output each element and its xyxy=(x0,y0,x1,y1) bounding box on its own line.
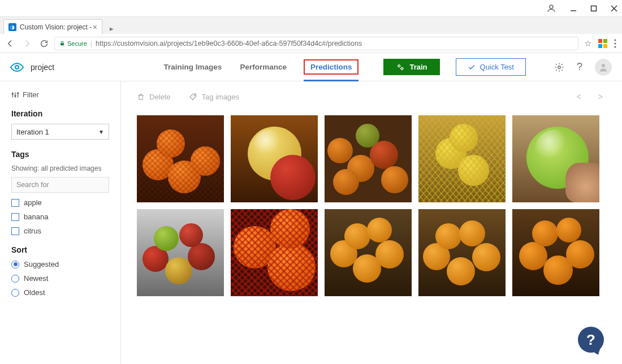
filter-label: Filter xyxy=(23,90,39,99)
nav-reload-icon[interactable] xyxy=(40,39,49,48)
svg-point-10 xyxy=(614,39,616,41)
tags-search-input[interactable]: Search for xyxy=(11,177,109,193)
gears-icon xyxy=(396,63,405,71)
main-nav: Training Images Performance Predictions … xyxy=(163,58,612,76)
image-thumb[interactable] xyxy=(325,115,412,202)
check-icon xyxy=(468,63,476,71)
image-thumb[interactable] xyxy=(418,209,506,296)
trash-icon xyxy=(137,93,145,101)
iteration-select[interactable]: Iteration 1 ▼ xyxy=(11,124,109,140)
svg-rect-7 xyxy=(603,39,607,43)
radio-icon xyxy=(11,261,19,268)
svg-rect-5 xyxy=(61,43,64,45)
svg-point-22 xyxy=(15,95,16,96)
iteration-heading: Iteration xyxy=(11,109,109,118)
tag-images-label: Tag images xyxy=(202,93,239,101)
quick-test-label: Quick Test xyxy=(480,63,514,71)
checkbox-icon xyxy=(11,213,19,221)
chevron-down-icon: ▼ xyxy=(98,129,104,135)
nav-training-images[interactable]: Training Images xyxy=(163,60,223,73)
quick-test-button[interactable]: Quick Test xyxy=(456,58,526,76)
url-field[interactable]: Secure | https://customvision.ai/project… xyxy=(54,37,578,50)
filter-heading: Filter xyxy=(11,90,109,99)
help-chat-button[interactable]: ? xyxy=(578,327,604,353)
window-minimize-icon[interactable] xyxy=(570,5,577,12)
tag-checkbox-apple[interactable]: apple xyxy=(11,198,109,207)
svg-rect-8 xyxy=(598,44,602,48)
delete-label: Delete xyxy=(149,93,171,101)
help-icon[interactable]: ? xyxy=(577,61,582,73)
chrome-menu-icon[interactable] xyxy=(614,39,616,48)
tag-icon xyxy=(189,93,197,101)
svg-point-21 xyxy=(12,93,13,94)
tags-search-placeholder: Search for xyxy=(16,181,49,189)
svg-point-13 xyxy=(15,66,19,69)
svg-rect-2 xyxy=(591,6,597,11)
nav-predictions[interactable]: Predictions xyxy=(304,59,359,75)
svg-point-14 xyxy=(398,64,400,67)
svg-point-15 xyxy=(401,67,404,70)
svg-rect-6 xyxy=(598,39,602,43)
svg-point-11 xyxy=(614,42,616,44)
tag-label: citrus xyxy=(24,227,41,235)
image-thumb[interactable] xyxy=(231,209,318,296)
tag-checkbox-citrus[interactable]: citrus xyxy=(11,227,109,235)
iteration-selected-value: Iteration 1 xyxy=(16,128,49,136)
content-toolbar: Delete Tag images < > xyxy=(137,88,606,105)
image-thumb[interactable] xyxy=(325,209,412,296)
sort-option-oldest[interactable]: Oldest xyxy=(11,288,109,297)
sort-option-suggested[interactable]: Suggested xyxy=(11,260,109,268)
svg-point-16 xyxy=(558,66,561,68)
sort-option-newest[interactable]: Newest xyxy=(11,274,109,283)
pager-next[interactable]: > xyxy=(598,92,603,101)
image-thumb[interactable] xyxy=(231,115,318,202)
tab-close-icon[interactable]: × xyxy=(93,23,97,32)
image-thumb[interactable] xyxy=(137,209,224,296)
pager-prev[interactable]: < xyxy=(577,92,581,101)
train-button[interactable]: Train xyxy=(383,59,439,75)
settings-gear-icon[interactable] xyxy=(554,62,564,72)
nav-back-icon[interactable] xyxy=(6,39,15,48)
window-controls xyxy=(0,0,622,17)
tab-strip: ◑ Custom Vision: project - × ▸ xyxy=(0,17,622,34)
svg-point-23 xyxy=(18,92,19,93)
profile-icon[interactable] xyxy=(546,3,556,14)
windows-flag-icon[interactable] xyxy=(598,39,607,48)
main-content: Delete Tag images < > xyxy=(121,81,622,364)
window-maximize-icon[interactable] xyxy=(590,5,597,12)
browser-tab[interactable]: ◑ Custom Vision: project - × xyxy=(3,19,102,34)
tag-images-button[interactable]: Tag images xyxy=(189,93,239,101)
secure-badge: Secure xyxy=(59,40,87,47)
image-thumb[interactable] xyxy=(137,115,224,202)
project-name: project xyxy=(31,63,54,72)
tags-heading: Tags xyxy=(11,150,109,159)
svg-rect-9 xyxy=(603,44,607,48)
app-header: project Training Images Performance Pred… xyxy=(0,53,622,81)
radio-icon xyxy=(11,275,19,283)
customvision-logo-icon xyxy=(10,63,24,72)
checkbox-icon xyxy=(11,199,19,207)
delete-button[interactable]: Delete xyxy=(137,93,171,101)
image-thumb[interactable] xyxy=(418,115,506,202)
image-thumb[interactable] xyxy=(512,209,599,296)
bookmark-star-icon[interactable]: ☆ xyxy=(584,38,591,49)
train-button-label: Train xyxy=(409,63,427,71)
secure-label: Secure xyxy=(67,40,87,47)
url-text: https://customvision.ai/projects/1eb9e0c… xyxy=(96,40,362,47)
tag-label: banana xyxy=(24,213,48,221)
address-bar: Secure | https://customvision.ai/project… xyxy=(0,34,622,53)
radio-icon xyxy=(11,289,19,297)
user-avatar[interactable] xyxy=(595,59,612,76)
tag-checkbox-banana[interactable]: banana xyxy=(11,213,109,221)
sort-label: Suggested xyxy=(24,260,59,268)
svg-point-0 xyxy=(550,5,553,8)
nav-forward-icon xyxy=(23,39,32,48)
svg-point-12 xyxy=(614,46,616,47)
sort-label: Oldest xyxy=(24,288,45,297)
window-close-icon[interactable] xyxy=(611,5,617,12)
nav-performance[interactable]: Performance xyxy=(239,60,288,73)
image-thumb[interactable] xyxy=(512,115,599,202)
new-tab-button[interactable]: ▸ xyxy=(106,23,117,34)
sort-label: Newest xyxy=(24,274,48,283)
tags-showing-text: Showing: all predicted images xyxy=(11,164,109,172)
